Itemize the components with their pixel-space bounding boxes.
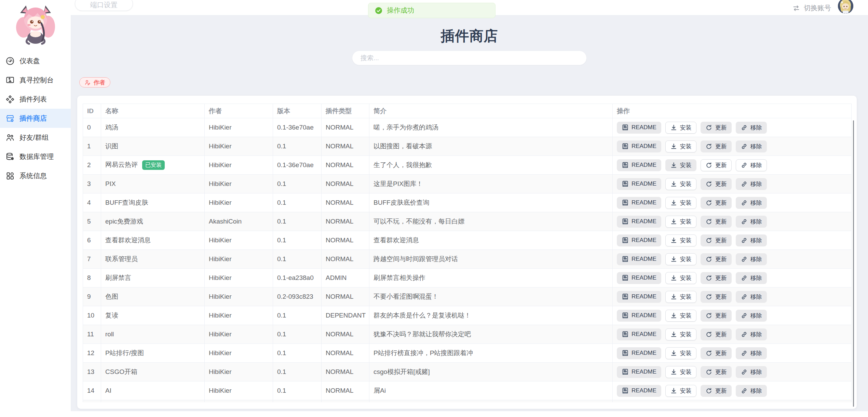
remove-button[interactable]: 移除	[736, 253, 767, 265]
readme-button[interactable]: README	[617, 366, 661, 378]
table-row: 12P站排行/搜图HibiKier0.1NORMALP站排行榜直接冲，P站搜图跟…	[83, 344, 852, 363]
cell-type: NORMAL	[322, 287, 369, 306]
unlink-icon	[741, 368, 748, 376]
install-button[interactable]: 安装	[665, 385, 696, 397]
update-button-label: 更新	[715, 161, 727, 169]
update-button[interactable]: 更新	[701, 140, 732, 152]
cell-name: roll	[101, 325, 205, 344]
remove-button[interactable]: 移除	[736, 272, 767, 284]
cell-author: HibiKier	[205, 193, 273, 212]
update-button[interactable]: 更新	[701, 328, 732, 340]
remove-button[interactable]: 移除	[736, 310, 767, 322]
install-button[interactable]: 安装	[665, 366, 696, 378]
install-button[interactable]: 安装	[665, 159, 696, 171]
readme-button[interactable]: README	[617, 216, 661, 228]
author-filter-chip[interactable]: 作者	[79, 77, 110, 88]
switch-account-button[interactable]: 切换账号	[792, 3, 831, 13]
sidebar-item-friends-groups[interactable]: 好友/群组	[0, 128, 71, 147]
remove-button[interactable]: 移除	[736, 385, 767, 397]
header-version: 版本	[273, 104, 322, 118]
remove-button[interactable]: 移除	[736, 122, 767, 134]
update-button[interactable]: 更新	[701, 234, 732, 246]
readme-button[interactable]: README	[617, 122, 661, 134]
author-filter-label: 作者	[94, 79, 105, 86]
readme-button[interactable]: README	[617, 328, 661, 340]
update-button[interactable]: 更新	[701, 272, 732, 284]
cell-desc: P站排行榜直接冲，P站搜图跟着冲	[369, 344, 613, 363]
header-type: 插件类型	[322, 104, 369, 118]
update-button[interactable]: 更新	[701, 253, 732, 265]
install-button[interactable]: 安装	[665, 197, 696, 209]
readme-button[interactable]: README	[617, 234, 661, 246]
install-button[interactable]: 安装	[665, 122, 696, 134]
readme-button[interactable]: README	[617, 197, 661, 209]
cell-author: HibiKier	[205, 137, 273, 156]
update-button-label: 更新	[715, 255, 727, 263]
sidebar-item-console[interactable]: 真寻控制台	[0, 70, 71, 90]
avatar-image	[838, 0, 853, 14]
install-button[interactable]: 安装	[665, 347, 696, 359]
refresh-icon	[705, 331, 713, 338]
update-button[interactable]: 更新	[701, 366, 732, 378]
install-button-label: 安装	[680, 274, 692, 282]
remove-button[interactable]: 移除	[736, 347, 767, 359]
install-button[interactable]: 安装	[665, 310, 696, 322]
update-button[interactable]: 更新	[701, 385, 732, 397]
install-button[interactable]: 安装	[665, 291, 696, 303]
download-icon	[670, 274, 677, 282]
sidebar-item-plugin-list[interactable]: 插件列表	[0, 90, 71, 109]
install-button[interactable]: 安装	[665, 140, 696, 152]
update-button[interactable]: 更新	[701, 310, 732, 322]
sidebar-nav: 仪表盘 真寻控制台 插件列表 插件商店	[0, 51, 71, 185]
readme-button[interactable]: README	[617, 347, 661, 359]
remove-button[interactable]: 移除	[736, 328, 767, 340]
sidebar-item-plugin-store[interactable]: 插件商店	[0, 109, 71, 128]
page-title: 插件商店	[71, 27, 868, 45]
install-button[interactable]: 安装	[665, 272, 696, 284]
remove-button[interactable]: 移除	[736, 234, 767, 246]
update-button[interactable]: 更新	[701, 216, 732, 228]
readme-button[interactable]: README	[617, 253, 661, 265]
remove-button[interactable]: 移除	[736, 159, 767, 171]
sidebar-item-system-info[interactable]: 系统信息	[0, 166, 71, 185]
readme-button[interactable]: README	[617, 178, 661, 190]
remove-button[interactable]: 移除	[736, 197, 767, 209]
sidebar-item-label: 系统信息	[19, 171, 47, 180]
cell-name: PIX	[101, 175, 205, 193]
search-input[interactable]	[352, 51, 587, 65]
remove-button[interactable]: 移除	[736, 140, 767, 152]
readme-button[interactable]: README	[617, 140, 661, 152]
readme-button[interactable]: README	[617, 291, 661, 303]
readme-button[interactable]: README	[617, 272, 661, 284]
anime-girl-logo	[0, 0, 71, 51]
install-button[interactable]: 安装	[665, 234, 696, 246]
cell-name: BUFF查询皮肤	[101, 193, 205, 212]
remove-button[interactable]: 移除	[736, 366, 767, 378]
table-scrollbar-thumb[interactable]	[853, 120, 854, 407]
port-settings-button[interactable]: 端口设置	[75, 0, 133, 11]
download-icon	[670, 331, 677, 338]
sidebar-item-database[interactable]: 数据库管理	[0, 147, 71, 166]
readme-button[interactable]: README	[617, 310, 661, 322]
install-button[interactable]: 安装	[665, 216, 696, 228]
remove-button[interactable]: 移除	[736, 178, 767, 190]
install-button[interactable]: 安装	[665, 253, 696, 265]
readme-button[interactable]: README	[617, 159, 661, 171]
install-button-label: 安装	[680, 218, 692, 226]
update-button[interactable]: 更新	[701, 197, 732, 209]
update-button[interactable]: 更新	[701, 291, 732, 303]
readme-button[interactable]: README	[617, 385, 661, 397]
update-button[interactable]: 更新	[701, 122, 732, 134]
install-button[interactable]: 安装	[665, 178, 696, 190]
update-button[interactable]: 更新	[701, 347, 732, 359]
sidebar-item-dashboard[interactable]: 仪表盘	[0, 51, 71, 70]
header-actions: 操作	[613, 104, 852, 118]
bottom-scrollbar-track[interactable]	[0, 411, 868, 417]
user-avatar[interactable]	[838, 0, 853, 14]
update-button[interactable]: 更新	[701, 159, 732, 171]
remove-button[interactable]: 移除	[736, 216, 767, 228]
update-button-label: 更新	[715, 331, 727, 338]
remove-button[interactable]: 移除	[736, 291, 767, 303]
install-button[interactable]: 安装	[665, 328, 696, 340]
update-button[interactable]: 更新	[701, 178, 732, 190]
